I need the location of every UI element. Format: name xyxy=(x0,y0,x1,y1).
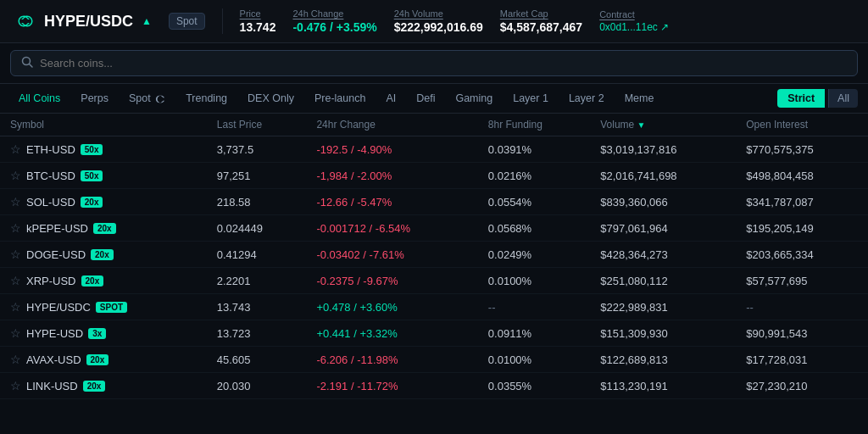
cell-oi: $27,230,210 xyxy=(736,373,868,399)
pair-name: HYPE/USDC xyxy=(44,13,133,31)
star-icon[interactable]: ☆ xyxy=(10,169,21,182)
price-stat: Price 13.742 xyxy=(240,8,276,34)
star-icon[interactable]: ☆ xyxy=(10,300,21,314)
contract-link[interactable]: 0x0d1...11ec ↗ xyxy=(599,21,669,33)
change-stat: 24h Change -0.476 / +3.59% xyxy=(292,8,376,34)
cell-volume: $2,016,741,698 xyxy=(590,163,736,189)
leverage-badge: 50x xyxy=(81,170,103,181)
volume-sort-icon: ▼ xyxy=(637,120,646,130)
col-last-price: Last Price xyxy=(207,114,307,136)
volume-stat: 24h Volume $222,992,016.69 xyxy=(394,8,483,34)
cell-oi: $770,575,375 xyxy=(736,136,868,163)
cell-volume: $797,061,964 xyxy=(590,215,736,242)
cell-volume: $113,230,191 xyxy=(590,373,736,399)
cell-funding: 0.0568% xyxy=(478,215,590,242)
table-row[interactable]: ☆ kPEPE-USD 20x 0.024449 -0.001712 / -6.… xyxy=(0,215,868,242)
price-value: 13.742 xyxy=(240,20,276,34)
star-icon[interactable]: ☆ xyxy=(10,379,21,392)
tab-defi[interactable]: Defi xyxy=(408,89,443,108)
tab-layer1[interactable]: Layer 1 xyxy=(504,89,557,108)
table-row[interactable]: ☆ ETH-USD 50x 3,737.5 -192.5 / -4.90% 0.… xyxy=(0,136,868,163)
table-row[interactable]: ☆ HYPE/USDC SPOT 13.743 +0.478 / +3.60% … xyxy=(0,294,868,320)
cell-symbol: ☆ AVAX-USD 20x xyxy=(0,347,207,373)
marketcap-label: Market Cap xyxy=(500,8,582,19)
table-row[interactable]: ☆ SOL-USD 20x 218.58 -12.66 / -5.47% 0.0… xyxy=(0,189,868,215)
price-label: Price xyxy=(240,8,276,19)
cell-last-price: 0.41294 xyxy=(207,242,307,268)
cell-funding: 0.0100% xyxy=(478,347,590,373)
market-type-badge[interactable]: Spot xyxy=(169,13,205,30)
cell-last-price: 97,251 xyxy=(207,163,307,189)
star-icon[interactable]: ☆ xyxy=(10,326,21,340)
cell-last-price: 45.605 xyxy=(207,347,307,373)
cell-volume: $222,989,831 xyxy=(590,294,736,320)
cell-funding: 0.0249% xyxy=(478,242,590,268)
table-row[interactable]: ☆ XRP-USD 20x 2.2201 -0.2375 / -9.67% 0.… xyxy=(0,268,868,294)
symbol-name: BTC-USD xyxy=(26,170,75,182)
symbol-name: XRP-USD xyxy=(26,275,76,287)
table-row[interactable]: ☆ DOGE-USD 20x 0.41294 -0.03402 / -7.61%… xyxy=(0,242,868,268)
cell-change: -0.03402 / -7.61% xyxy=(306,242,477,268)
star-icon[interactable]: ☆ xyxy=(10,274,21,287)
col-symbol: Symbol xyxy=(0,114,207,136)
star-icon[interactable]: ☆ xyxy=(10,353,21,366)
contract-stat: Contract 0x0d1...11ec ↗ xyxy=(599,9,669,33)
search-input-wrap[interactable] xyxy=(10,50,858,76)
external-link-icon: ↗ xyxy=(660,21,669,33)
table-row[interactable]: ☆ LINK-USD 20x 20.030 -2.191 / -11.72% 0… xyxy=(0,373,868,399)
tab-spot[interactable]: Spot xyxy=(120,89,174,108)
table-row[interactable]: ☆ HYPE-USD 3x 13.723 +0.441 / +3.32% 0.0… xyxy=(0,320,868,347)
cell-symbol: ☆ DOGE-USD 20x xyxy=(0,242,207,268)
tab-meme[interactable]: Meme xyxy=(616,89,663,108)
tab-layer2[interactable]: Layer 2 xyxy=(560,89,613,108)
cell-last-price: 3,737.5 xyxy=(207,136,307,163)
table-row[interactable]: ☆ AVAX-USD 20x 45.605 -6.206 / -11.98% 0… xyxy=(0,347,868,373)
cell-oi: $17,728,031 xyxy=(736,347,868,373)
cell-change: -192.5 / -4.90% xyxy=(306,136,477,163)
leverage-badge: 20x xyxy=(83,381,106,392)
col-volume[interactable]: Volume ▼ xyxy=(590,114,736,136)
coin-table-wrap: Symbol Last Price 24hr Change 8hr Fundin… xyxy=(0,114,868,399)
cell-change: -12.66 / -5.47% xyxy=(306,189,477,215)
cell-change: -6.206 / -11.98% xyxy=(306,347,477,373)
filter-bar: All Coins Perps Spot Trending DEX Only P… xyxy=(0,84,868,114)
star-icon[interactable]: ☆ xyxy=(10,248,21,261)
leverage-badge: 20x xyxy=(91,249,114,260)
cell-oi: $498,804,458 xyxy=(736,163,868,189)
star-icon[interactable]: ☆ xyxy=(10,142,21,156)
symbol-name: AVAX-USD xyxy=(26,353,81,366)
tab-dex-only[interactable]: DEX Only xyxy=(239,89,303,108)
change-label: 24h Change xyxy=(292,8,376,19)
search-input[interactable] xyxy=(40,57,847,70)
cell-oi: $195,205,149 xyxy=(736,215,868,242)
table-row[interactable]: ☆ BTC-USD 50x 97,251 -1,984 / -2.00% 0.0… xyxy=(0,163,868,189)
coin-table: Symbol Last Price 24hr Change 8hr Fundin… xyxy=(0,114,868,399)
volume-value: $222,992,016.69 xyxy=(394,20,483,34)
cell-symbol: ☆ kPEPE-USD 20x xyxy=(0,215,207,242)
table-body: ☆ ETH-USD 50x 3,737.5 -192.5 / -4.90% 0.… xyxy=(0,136,868,399)
marketcap-value: $4,587,687,467 xyxy=(500,20,582,34)
strict-mode-button[interactable]: Strict xyxy=(777,89,825,108)
cell-volume: $251,080,112 xyxy=(590,268,736,294)
search-bar xyxy=(0,43,868,84)
cell-last-price: 20.030 xyxy=(207,373,307,399)
tab-all-coins[interactable]: All Coins xyxy=(10,89,69,108)
cell-oi: $203,665,334 xyxy=(736,242,868,268)
symbol-name: DOGE-USD xyxy=(26,248,86,261)
cell-funding: 0.0911% xyxy=(478,320,590,347)
tab-pre-launch[interactable]: Pre-launch xyxy=(306,89,374,108)
tab-gaming[interactable]: Gaming xyxy=(447,89,501,108)
star-icon[interactable]: ☆ xyxy=(10,195,21,209)
contract-value: 0x0d1...11ec xyxy=(599,21,658,33)
tab-trending[interactable]: Trending xyxy=(177,89,236,108)
star-icon[interactable]: ☆ xyxy=(10,221,21,235)
leverage-badge: 3x xyxy=(88,328,106,339)
cell-change: -1,984 / -2.00% xyxy=(306,163,477,189)
all-mode-button[interactable]: All xyxy=(828,89,858,108)
cell-oi: -- xyxy=(736,294,868,320)
symbol-name: HYPE/USDC xyxy=(26,301,91,314)
tab-perps[interactable]: Perps xyxy=(72,89,117,108)
cell-symbol: ☆ HYPE/USDC SPOT xyxy=(0,294,207,320)
tab-ai[interactable]: AI xyxy=(377,89,404,108)
cell-change: -2.191 / -11.72% xyxy=(306,373,477,399)
